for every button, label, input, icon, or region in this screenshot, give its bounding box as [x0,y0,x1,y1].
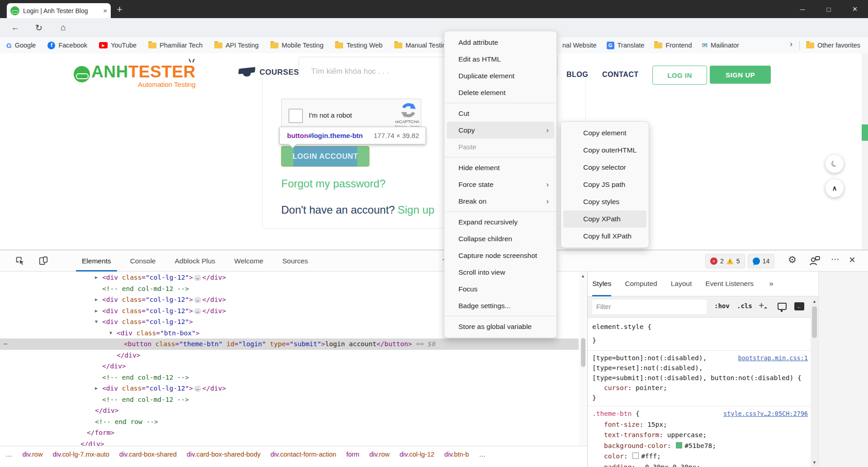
recaptcha-checkbox[interactable] [288,109,303,123]
maximize-icon[interactable]: □ [816,0,842,18]
hov-toggle[interactable]: :hov [714,302,730,310]
stylesheet-link[interactable]: bootstrap.min.css:1 [738,354,808,362]
submenu-item-copy-js-path[interactable]: Copy JS path [563,176,646,193]
home-icon[interactable]: ⌂ [56,21,71,34]
css-line[interactable]: element.style { [592,320,808,334]
selected-dom-node[interactable]: ⋯<button class="theme-btn" id="login" ty… [0,338,579,350]
devtools-close-icon[interactable]: × [849,253,855,266]
sign-up-button[interactable]: SIGN UP [710,66,771,84]
forgot-password-link[interactable]: Forgot my password? [281,177,386,190]
bookmark-item[interactable]: ✉Mailinator [702,41,739,49]
styles-tab-computed[interactable]: Computed [625,272,657,296]
sign-up-link[interactable]: Sign up [397,204,434,216]
tab-close-icon[interactable]: × [103,7,107,14]
browser-tab[interactable]: Login | Anh Tester Blog × [7,3,111,18]
styles-tab-layout[interactable]: Layout [671,272,692,296]
stylesheet-link[interactable]: style.css?v…2:05CH:2796 [723,410,808,417]
log-in-button[interactable]: LOG IN [652,66,707,85]
feedback-icon[interactable] [809,256,820,266]
css-line[interactable]: } [592,393,808,403]
bookmark-item[interactable]: Manual Testing [394,42,449,49]
devtools-tab-elements[interactable]: Elements [72,250,121,272]
toggle-sidebar-icon[interactable]: ← [794,302,804,310]
dark-mode-toggle[interactable]: ☾ [826,155,844,173]
submenu-item-copy-outerhtml[interactable]: Copy outerHTML [563,142,646,159]
menu-item-badge-settings-[interactable]: Badge settings... [447,297,554,314]
devtools-tab-adblock-plus[interactable]: Adblock Plus [165,250,225,272]
submenu-item-copy-element[interactable]: Copy element [563,124,646,142]
styles-filter-input[interactable] [592,300,707,314]
dom-node[interactable]: <!-- end col-md-12 --> [0,394,579,405]
menu-item-expand-recursively[interactable]: Expand recursively [447,214,554,230]
css-line[interactable]: [type=reset]:not(:disabled), [592,363,808,373]
close-icon[interactable]: × [842,0,868,18]
page-scrollbar[interactable] [862,53,868,250]
collapsed-ellipsis-button[interactable]: … [194,275,202,281]
css-line[interactable]: font-size: 15px; [592,419,808,430]
color-swatch[interactable] [676,442,682,448]
breadcrumb-item[interactable]: div.contact-form-action [270,451,336,458]
menu-item-cut[interactable]: Cut [447,105,554,122]
expand-arrow-icon[interactable]: ▶ [95,305,98,317]
breadcrumb-item[interactable]: div.btn-b [444,451,469,458]
login-account-button[interactable]: LOGIN ACCOUNT [281,146,369,167]
back-icon[interactable]: ← [8,21,23,34]
bookmark-item[interactable]: ▶YouTube [99,42,137,49]
device-toolbar-icon[interactable] [37,255,50,267]
bookmark-item[interactable]: Phamiliar Tech [148,42,203,49]
scroll-to-top-button[interactable]: ∧ [826,179,844,197]
dom-node[interactable]: </div> [0,438,579,446]
css-line[interactable]: text-transform: uppercase; [592,430,808,441]
dom-node[interactable]: <!-- end row --> [0,416,579,428]
dom-node[interactable]: </div> [0,350,579,361]
collapsed-ellipsis-button[interactable]: … [194,297,202,303]
css-line[interactable]: color: #fff; [592,451,808,462]
css-line[interactable]: cursor: pointer; [592,383,808,393]
menu-item-paste[interactable]: Paste [447,138,554,155]
devtools-tab-sources[interactable]: Sources [273,250,317,272]
css-line[interactable]: [type=submit]:not(:disabled), button:not… [592,373,808,383]
bookmark-item[interactable]: GGoogle [6,42,36,49]
rendering-brush-icon[interactable] [778,303,787,310]
breadcrumb-item[interactable]: div.col-lg-12 [400,451,434,458]
devtools-settings-gear-icon[interactable]: ⚙ [788,254,797,265]
expand-shorthand-icon[interactable]: ▶ [640,465,645,467]
expand-arrow-icon[interactable]: ▶ [95,383,98,394]
bookmark-item[interactable]: Frontend [654,42,692,49]
styles-scrollbar-thumb[interactable] [812,306,817,338]
breadcrumb-overflow-left[interactable]: … [5,451,13,458]
dom-node[interactable]: <!-- end col-md-12 --> [0,372,579,383]
menu-item-force-state[interactable]: Force state› [447,176,554,193]
nav-contact[interactable]: CONTACT [602,71,639,79]
expand-arrow-icon[interactable]: ▼ [109,328,112,339]
menu-item-scroll-into-view[interactable]: Scroll into view [447,264,554,281]
issues-badge[interactable]: × 2 5 [705,254,745,268]
collapsed-ellipsis-button[interactable]: … [194,308,202,315]
expand-arrow-icon[interactable]: ▼ [95,316,98,328]
scroll-up-arrow-icon[interactable]: ▲ [812,299,816,304]
css-line[interactable]: background-color: #51be78; [592,441,808,452]
bookmark-item[interactable]: API Testing [214,42,259,49]
bookmark-item[interactable]: Testing Web [335,42,382,49]
bookmarks-overflow-chevron-icon[interactable]: › [790,39,793,49]
menu-item-copy[interactable]: Copy› [447,122,554,138]
breadcrumb-item[interactable]: div.card-box-shared [119,451,177,458]
breadcrumb-item[interactable]: form [346,451,359,458]
expand-arrow-icon[interactable]: ▶ [95,294,98,305]
elements-scrollbar-thumb[interactable] [581,338,585,367]
devtools-tab-welcome[interactable]: Welcome [225,250,273,272]
bookmark-item[interactable]: fFacebook [47,42,87,49]
messages-badge[interactable]: 14 [748,254,775,268]
menu-item-capture-node-screenshot[interactable]: Capture node screenshot [447,247,554,264]
bookmark-item[interactable]: Mobile Testing [270,42,323,49]
css-line[interactable]: padding: ▶ 0 30px 0 30px; [592,462,808,467]
site-logo[interactable]: ANHTESTER Automation Testing [74,63,196,88]
scroll-down-arrow-icon[interactable]: ▼ [812,460,816,465]
dom-node[interactable]: </div> [0,405,579,416]
menu-item-add-attribute[interactable]: Add attribute [447,34,554,51]
bookmark-item[interactable]: GTranslate [607,42,645,49]
breadcrumb-overflow-right[interactable]: … [479,451,486,458]
styles-tab-event-listeners[interactable]: Event Listeners [705,272,754,296]
breadcrumb-item[interactable]: div.row [23,451,43,458]
inspect-element-icon[interactable] [14,255,26,267]
